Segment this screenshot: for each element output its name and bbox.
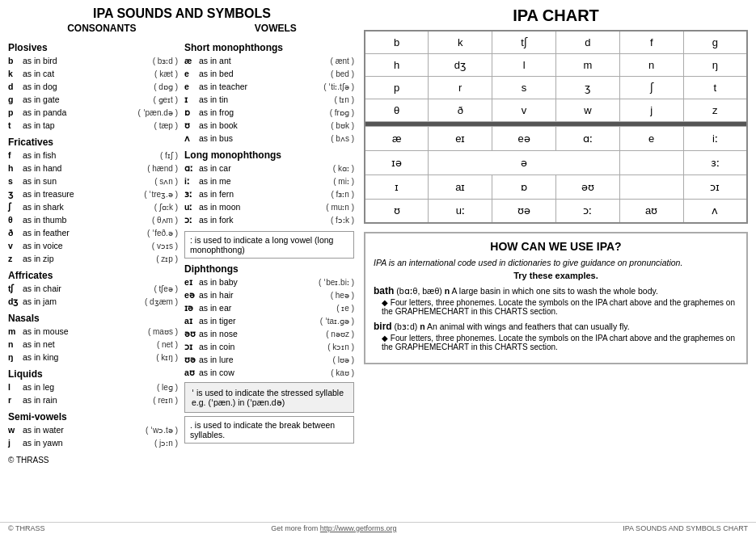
plosives-title: Plosives [8, 42, 178, 53]
list-item: was in water( ˈwɔ.tə ) [8, 424, 178, 436]
how-title: HOW CAN WE USE IPA? [374, 240, 738, 253]
chart-title: IPA CHART [364, 6, 748, 25]
how-intro: IPA is an international code used in dic… [374, 258, 738, 267]
list-item: eas in bed( bed ) [184, 68, 354, 80]
syllable-note-text: . is used to indicate the break between … [190, 420, 335, 439]
entry-sym: d [8, 81, 23, 93]
entry-sym: ʃ [8, 201, 23, 213]
list-item: ŋas in king( kɪŋ ) [8, 351, 178, 364]
entry-ipa: ( kɑː ) [289, 163, 354, 174]
consonant-row-4: θ ð v w j z [365, 99, 747, 121]
entry-ipa: ( ænt ) [289, 56, 354, 67]
entry-sym: s [8, 175, 23, 187]
entry-text: as in yawn [23, 437, 113, 449]
ipa-cell: ɜː [683, 150, 747, 174]
entry-ipa: ( vɔɪs ) [113, 241, 178, 252]
entry-text: as in thumb [23, 214, 113, 226]
list-item: ras in rain( reɪn ) [8, 394, 178, 406]
footer-link[interactable]: http://www.getforms.org [320, 524, 397, 532]
example-ipa-bath: (bɑːθ, bæθ) [396, 286, 444, 296]
consonant-row-2: h dʒ l m n ŋ [365, 53, 747, 76]
entry-text: as in chair [23, 283, 113, 295]
entry-ipa: ( fɔːk ) [289, 215, 354, 226]
ipa-cell: æ [365, 126, 429, 150]
entry-sym: iː [184, 175, 199, 187]
entry-sym: w [8, 424, 23, 436]
entry-ipa: ( dɒɡ ) [113, 82, 178, 93]
vowels-header: VOWELS [255, 23, 297, 34]
vowels-column: Short monophthongs æas in ant( ænt ) eas… [184, 37, 354, 465]
entry-ipa: ( ˈfeð.ə ) [113, 228, 178, 239]
entry-text: as in tiger [199, 315, 289, 327]
entry-ipa: ( dʒæm ) [113, 296, 178, 308]
ipa-cell: dʒ [429, 53, 492, 76]
entry-text: as in water [23, 424, 113, 436]
entry-sym: ʊ [184, 120, 199, 132]
entry-sym: əʊ [184, 328, 199, 340]
ipa-cell: tʃ [492, 31, 556, 53]
entry-sym: b [8, 55, 23, 67]
entry-ipa: ( tʃeə ) [113, 284, 178, 295]
ipa-cell: ŋ [683, 53, 747, 76]
entry-sym: ɜː [184, 188, 199, 200]
list-item: mas in mouse( maʊs ) [8, 326, 178, 338]
ipa-cell: g [683, 31, 747, 53]
entry-ipa: ( zɪp ) [113, 254, 178, 265]
ipa-cell: r [429, 76, 492, 99]
ipa-cell: ɔɪ [683, 174, 747, 199]
ipa-cell: aʊ [619, 199, 683, 223]
left-panel: IPA SOUNDS AND SYMBOLS CONSONANTS VOWELS… [8, 6, 356, 519]
entry-text: as in coin [199, 341, 289, 353]
entry-text: as in shark [23, 201, 113, 213]
list-item: ɜːas in fern( fɜːn ) [184, 188, 354, 200]
liquids-title: Liquids [8, 368, 178, 380]
how-intro-text: IPA is an international code used in dic… [374, 258, 682, 267]
footer: © THRASS Get more from http://www.getfor… [0, 522, 756, 534]
page: IPA SOUNDS AND SYMBOLS CONSONANTS VOWELS… [0, 0, 756, 534]
entry-text: as in tap [23, 120, 113, 132]
entry-sym: ŋ [8, 351, 23, 364]
list-item: ɪəas in ear( ɪe ) [184, 302, 354, 314]
entry-ipa: ( bʊk ) [289, 120, 354, 132]
stress-note-text: ˈ is used to indicate the stressed sylla… [192, 388, 344, 407]
entry-text: as in teacher [199, 81, 289, 93]
ipa-cell: ʃ [619, 76, 683, 99]
entry-text: as in car [199, 162, 289, 174]
list-item: æas in ant( ænt ) [184, 55, 354, 67]
entry-sym: æ [184, 55, 199, 67]
ipa-cell: ʌ [683, 199, 747, 223]
ipa-cell: l [492, 53, 556, 76]
example-pos-bird: n [420, 322, 424, 331]
entry-sym: eɪ [184, 276, 199, 288]
entry-sym: uː [184, 201, 199, 213]
entry-ipa: ( bɜːd ) [113, 56, 178, 67]
list-item: ʊas in book( bʊk ) [184, 120, 354, 132]
entry-ipa: ( kɪŋ ) [113, 352, 178, 364]
fricatives-title: Fricatives [8, 137, 178, 148]
entry-ipa: ( heə ) [289, 290, 354, 301]
ipa-cell: ɪ [365, 174, 429, 199]
list-item: zas in zip( zɪp ) [8, 253, 178, 265]
ipa-cell: eə [492, 126, 556, 150]
entry-ipa: ( jɔːn ) [113, 438, 178, 449]
fricatives-entries: fas in fish( fɪʃ ) has in hand( hænd ) s… [8, 149, 178, 265]
list-item: ʃas in shark( ʃɑːk ) [8, 201, 178, 213]
list-item: bas in bird( bɜːd ) [8, 55, 178, 67]
entry-text: as in ear [199, 302, 289, 314]
entry-ipa: ( ˈwɔ.tə ) [113, 425, 178, 436]
entry-ipa: ( lʊə ) [289, 355, 354, 366]
consonants-header: CONSONANTS [67, 23, 136, 34]
entry-sym: ɪə [184, 302, 199, 314]
list-item: vas in voice( vɔɪs ) [8, 240, 178, 252]
entry-text: as in moon [199, 201, 289, 213]
entry-ipa: ( ˈpæn.də ) [113, 107, 178, 119]
entry-ipa: ( kaʊ ) [289, 368, 354, 379]
consonant-row-1: b k tʃ d f g [365, 31, 747, 53]
entry-ipa: ( frɒɡ ) [289, 107, 354, 119]
ipa-cell: k [429, 31, 492, 53]
example-bath: bath (bɑːθ, bæθ) n A large basin in whic… [374, 285, 738, 316]
entry-sym: aʊ [184, 367, 199, 379]
long-vowel-note-text: : is used to indicate a long vowel (long… [190, 235, 333, 254]
entry-sym: ʌ [184, 132, 199, 145]
entry-text: as in lure [199, 354, 289, 366]
